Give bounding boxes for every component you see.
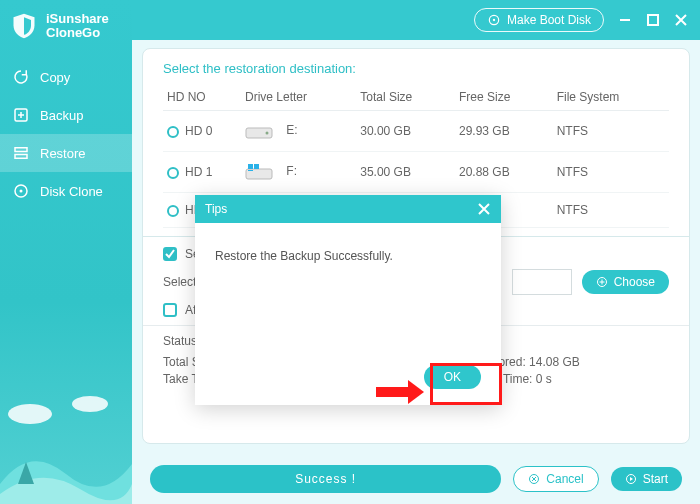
nav-backup-label: Backup — [40, 108, 83, 123]
annotation-arrow — [376, 380, 424, 404]
cell-fs: NTFS — [553, 111, 669, 152]
cancel-label: Cancel — [546, 472, 583, 486]
success-label: Success ! — [295, 472, 356, 486]
radio-icon[interactable] — [167, 167, 179, 179]
scenery-decoration — [0, 384, 132, 504]
start-button[interactable]: Start — [611, 467, 682, 491]
nav-diskclone[interactable]: Disk Clone — [0, 172, 132, 210]
cell-letter: E: — [286, 123, 297, 137]
layers-icon — [12, 144, 30, 162]
svg-point-6 — [72, 396, 108, 412]
col-total: Total Size — [356, 84, 455, 111]
checkbox-after[interactable] — [163, 303, 177, 317]
success-bar: Success ! — [150, 465, 501, 493]
svg-point-11 — [266, 132, 269, 135]
drive-windows-icon — [245, 162, 273, 182]
radio-icon[interactable] — [167, 205, 179, 217]
app-logo: iSunshare CloneGo — [0, 0, 132, 58]
maximize-icon[interactable] — [646, 13, 660, 27]
svg-point-8 — [493, 19, 495, 21]
cell-letter: F: — [286, 164, 297, 178]
col-letter: Drive Letter — [241, 84, 356, 111]
col-hdno: HD NO — [163, 84, 241, 111]
disk-icon — [12, 182, 30, 200]
checkbox-set[interactable] — [163, 247, 177, 261]
nav-restore-label: Restore — [40, 146, 86, 161]
cell-total: 30.00 GB — [356, 111, 455, 152]
dialog-titlebar: Tips — [195, 195, 501, 223]
drive-icon — [245, 121, 273, 141]
table-row[interactable]: HD 1 F: 35.00 GB 20.88 GB NTFS — [163, 152, 669, 193]
close-icon[interactable] — [674, 13, 688, 27]
refresh-icon — [12, 68, 30, 86]
nav-restore[interactable]: Restore — [0, 134, 132, 172]
make-boot-disk-button[interactable]: Make Boot Disk — [474, 8, 604, 32]
nav-copy[interactable]: Copy — [0, 58, 132, 96]
cell-fs: NTFS — [553, 152, 669, 193]
nav-backup[interactable]: Backup — [0, 96, 132, 134]
cell-free: 29.93 GB — [455, 111, 553, 152]
bottom-bar: Success ! Cancel Start — [132, 454, 700, 504]
plus-box-icon — [12, 106, 30, 124]
app-name-line1: iSunshare — [46, 12, 109, 26]
svg-point-5 — [8, 404, 52, 424]
svg-rect-13 — [248, 164, 253, 169]
cell-hdno: HD 0 — [185, 124, 212, 138]
radio-icon[interactable] — [167, 126, 179, 138]
cancel-circle-icon — [528, 473, 540, 485]
disc-icon — [487, 13, 501, 27]
sidebar: iSunshare CloneGo Copy Backup Restore Di… — [0, 0, 132, 504]
cell-free: 20.88 GB — [455, 152, 553, 193]
svg-rect-1 — [15, 148, 27, 152]
svg-rect-15 — [248, 170, 253, 171]
cancel-button[interactable]: Cancel — [513, 466, 598, 492]
svg-rect-9 — [648, 15, 658, 25]
shield-icon — [10, 12, 38, 40]
nav-copy-label: Copy — [40, 70, 70, 85]
make-boot-disk-label: Make Boot Disk — [507, 13, 591, 27]
choose-button[interactable]: Choose — [582, 270, 669, 294]
start-label: Start — [643, 472, 668, 486]
minimize-icon[interactable] — [618, 13, 632, 27]
dialog-title: Tips — [205, 202, 227, 216]
plus-circle-icon — [596, 276, 608, 288]
cell-fs: NTFS — [553, 193, 669, 228]
choose-label: Choose — [614, 275, 655, 289]
svg-rect-2 — [15, 155, 27, 159]
col-free: Free Size — [455, 84, 553, 111]
dialog-message: Restore the Backup Successfully. — [215, 249, 481, 263]
annotation-highlight-box — [430, 363, 502, 405]
destination-input[interactable] — [512, 269, 572, 295]
section-title: Select the restoration destination: — [143, 61, 689, 84]
app-name-line2: CloneGo — [46, 26, 109, 40]
table-row[interactable]: HD 0 E: 30.00 GB 29.93 GB NTFS — [163, 111, 669, 152]
titlebar: Make Boot Disk — [132, 0, 700, 40]
svg-point-4 — [20, 190, 23, 193]
play-circle-icon — [625, 473, 637, 485]
svg-rect-14 — [254, 164, 259, 169]
cell-hdno: HD 1 — [185, 165, 212, 179]
dialog-close-icon[interactable] — [477, 202, 491, 216]
col-fs: File System — [553, 84, 669, 111]
nav-diskclone-label: Disk Clone — [40, 184, 103, 199]
cell-total: 35.00 GB — [356, 152, 455, 193]
